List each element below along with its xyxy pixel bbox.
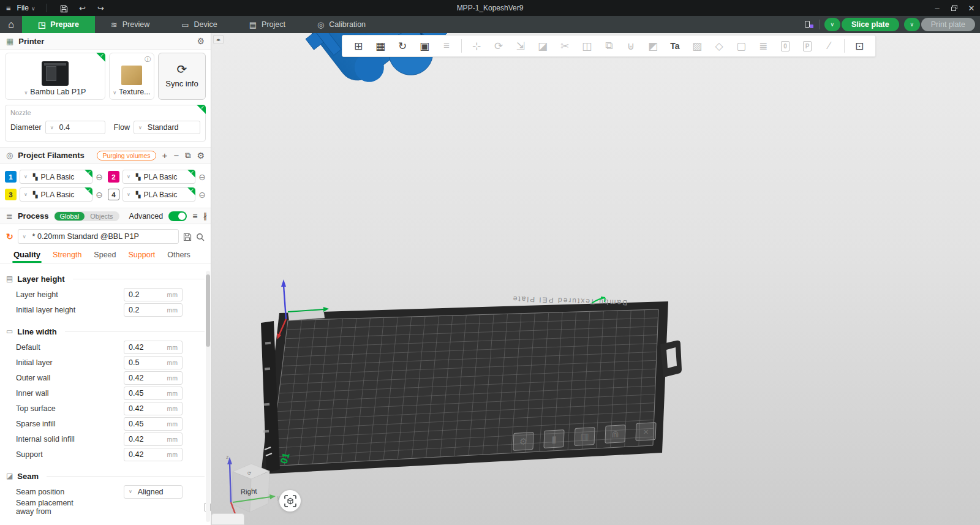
setting-row: Internal solid infill0.42mm [0, 431, 211, 447]
process-tab-strength[interactable]: Strength [47, 251, 88, 263]
plate-name-icon[interactable]: ▮ [543, 429, 564, 448]
printer-name[interactable]: ∨Bambu Lab P1P [24, 88, 86, 96]
plate-delete-icon[interactable]: × [635, 422, 656, 441]
plate-type-card[interactable]: ⓘ ∨Texture... [109, 53, 154, 100]
text-tool-icon[interactable]: Ta [665, 37, 685, 55]
filament-edit-icon[interactable]: ⊖ [198, 190, 206, 200]
print-plate-button[interactable]: Print plate [921, 18, 975, 31]
scope-objects[interactable]: Objects [85, 212, 118, 221]
check-icon: ✓ [88, 170, 92, 175]
close-button[interactable]: ✕ [963, 0, 980, 16]
minimize-button[interactable]: – [929, 0, 946, 16]
setting-input-outer-wall[interactable]: 0.42mm [124, 371, 183, 385]
clone-icon: ⧉ [599, 37, 619, 55]
tab-calibration[interactable]: ◎Calibration [301, 16, 382, 33]
build-plate[interactable]: Bambu Textured PEI Plate 01 [261, 279, 682, 474]
plate-layout-icon[interactable] [804, 20, 814, 29]
tab-device[interactable]: ▭Device [165, 16, 233, 33]
process-preset-select[interactable]: ∨ * 0.20mm Standard @BBL P1P [18, 229, 179, 244]
cube-face-label[interactable]: Right [240, 488, 257, 496]
slice-options-chevron[interactable]: ∨ [824, 18, 840, 31]
filament-select[interactable]: ∨▚PLA Basic✓ [20, 187, 92, 202]
advanced-toggle[interactable] [168, 211, 187, 221]
save-preset-icon[interactable] [183, 231, 192, 242]
setting-input-layer-height[interactable]: 0.2mm [124, 288, 183, 301]
setting-input-internal-solid-infill[interactable]: 0.42mm [124, 432, 183, 446]
filament-sync-icon[interactable]: ⧉ [185, 151, 190, 159]
add-filament-button[interactable]: + [162, 151, 168, 160]
setting-input-initial-layer[interactable]: 0.5mm [124, 356, 183, 369]
settings-group-line-width: ▭Line widthDefault0.42mmInitial layer0.5… [0, 325, 211, 462]
rotate-icon: ⟳ [489, 37, 508, 55]
setting-label: Inner wall [16, 389, 124, 398]
auto-orient-icon[interactable]: ↻ [393, 37, 412, 55]
filament-select[interactable]: ∨▚PLA Basic✓ [123, 187, 195, 202]
plate-type-name[interactable]: ∨Texture... [113, 88, 150, 96]
filament-select[interactable]: ∨▚PLA Basic✓ [20, 170, 92, 184]
plate-arrange-icon[interactable]: ▥ [574, 427, 595, 446]
add-model-icon[interactable]: ⊞ [349, 37, 368, 55]
setting-compare-icon[interactable]: ∦ [203, 212, 207, 220]
nozzle-diameter-select[interactable]: ∨0.4 [45, 121, 105, 134]
remove-filament-button[interactable]: − [173, 151, 179, 160]
process-tab-others[interactable]: Others [161, 251, 197, 263]
redo-icon[interactable]: ↪ [95, 4, 107, 13]
setting-input-support[interactable]: 0.42mm [124, 448, 183, 461]
setting-list-icon[interactable]: ≡ [192, 212, 197, 221]
filament-select[interactable]: ∨▚PLA Basic✓ [123, 170, 195, 184]
process-tab-support[interactable]: Support [123, 251, 162, 263]
reset-preset-icon[interactable]: ↻ [6, 232, 13, 241]
setting-input-top-surface[interactable]: 0.42mm [124, 402, 183, 415]
flow-select[interactable]: ∨Standard [134, 121, 200, 134]
plate-lock-icon[interactable]: ⋒ [605, 425, 625, 444]
filament-color-chip[interactable]: 2 [108, 171, 119, 183]
setting-input-initial-layer-height[interactable]: 0.2mm [124, 303, 183, 317]
filament-color-chip[interactable]: 4 [108, 189, 119, 200]
scope-global[interactable]: Global [55, 212, 85, 221]
tab-project[interactable]: ▤Project [233, 16, 301, 33]
printer-select-card[interactable]: ✓ ∨Bambu Lab P1P [5, 53, 105, 100]
file-menu[interactable]: File∨ [17, 4, 36, 12]
slice-plate-button[interactable]: Slice plate [842, 18, 899, 31]
plate-settings-icon[interactable]: ⚙ [513, 432, 533, 451]
purging-volumes-button[interactable]: Purging volumes [97, 151, 156, 161]
sync-info-button[interactable]: ⟳ Sync info [158, 53, 206, 100]
scrollbar-thumb[interactable] [206, 274, 210, 347]
arrange-icon[interactable]: ▣ [415, 37, 434, 55]
setting-input-sparse-infill[interactable]: 0.45mm [124, 417, 183, 431]
assembly-icon[interactable]: ⊡ [850, 37, 869, 55]
process-tab-quality[interactable]: Quality [7, 250, 47, 263]
print-options-chevron[interactable]: ∨ [904, 18, 920, 31]
setting-row: Seam position∨Aligned [0, 484, 211, 499]
filament-color-chip[interactable]: 1 [5, 171, 17, 183]
restore-button[interactable] [946, 0, 963, 16]
home-button[interactable]: ⌂ [0, 16, 22, 33]
setting-input-inner-wall[interactable]: 0.45mm [124, 387, 183, 400]
info-icon[interactable]: ⓘ [145, 55, 151, 64]
filament-edit-icon[interactable]: ⊖ [198, 172, 206, 182]
fit-view-button[interactable] [279, 490, 301, 512]
bambu-studio-window: Bambu Textured PEI Plate 01 [0, 0, 980, 525]
plate-texture-thumbnail [121, 66, 142, 85]
filament-settings-gear-icon[interactable]: ⚙ [197, 151, 205, 161]
setting-input-default[interactable]: 0.42mm [124, 341, 183, 354]
tab-preview[interactable]: ≋Preview [95, 16, 165, 33]
diameter-label: Diameter [10, 123, 42, 132]
printer-settings-gear-icon[interactable]: ⚙ [197, 36, 205, 46]
panel-scrollbar[interactable] [206, 271, 210, 522]
menu-icon[interactable]: ≡ [6, 4, 11, 13]
process-tab-speed[interactable]: Speed [88, 251, 122, 263]
tab-prepare[interactable]: ◳Prepare [22, 16, 95, 33]
filament-edit-icon[interactable]: ⊖ [96, 190, 103, 200]
add-plate-icon[interactable]: ▦ [371, 37, 390, 55]
undo-icon[interactable]: ↩ [77, 4, 89, 13]
filament-edit-icon[interactable]: ⊖ [96, 172, 103, 182]
panel-collapse-button[interactable]: ◂▸ [213, 35, 224, 44]
filament-color-chip[interactable]: 3 [5, 189, 17, 200]
search-preset-icon[interactable] [196, 231, 205, 242]
setting-label: Outer wall [16, 374, 124, 382]
plate-thumbnail-corner[interactable] [211, 513, 244, 525]
save-icon[interactable] [58, 3, 70, 12]
filament-name: PLA Basic [41, 173, 75, 181]
setting-select-seam-position[interactable]: ∨Aligned [124, 485, 183, 499]
